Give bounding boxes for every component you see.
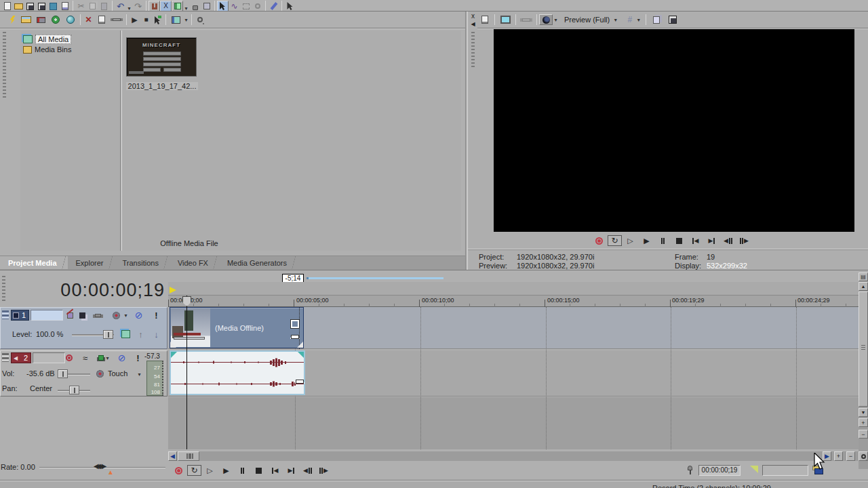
redo-icon[interactable]: ↷: [132, 1, 144, 12]
zoom-in-track-button[interactable]: +: [859, 418, 868, 427]
auto-preview-stop-icon[interactable]: ■: [140, 14, 152, 25]
undock-panel-button[interactable]: ◀: [469, 21, 477, 28]
play-from-start-button[interactable]: ▷: [623, 235, 638, 246]
panel-grip[interactable]: [3, 32, 6, 98]
close-panel-button[interactable]: x: [469, 13, 477, 20]
edit-details-button[interactable]: ▤: [859, 272, 868, 281]
bypass-motion-blur-icon[interactable]: [64, 310, 76, 321]
compositing-mode-icon[interactable]: [120, 329, 132, 340]
tab-project-media[interactable]: Project Media: [0, 256, 68, 269]
publish-icon[interactable]: [47, 1, 59, 12]
timeline-empty-area[interactable]: [168, 397, 859, 449]
split-screen-view-icon[interactable]: [518, 14, 534, 25]
copy-icon[interactable]: [87, 1, 98, 12]
ripple-dropdown-icon[interactable]: ▾: [183, 5, 189, 12]
pick-media-icon[interactable]: [152, 14, 163, 25]
automation-settings-icon[interactable]: [92, 310, 104, 321]
event-fx-icon[interactable]: [296, 380, 304, 384]
play-button[interactable]: ▶: [639, 235, 654, 246]
tab-video-fx[interactable]: Video FX: [170, 256, 219, 269]
solo-track-icon[interactable]: !: [151, 310, 162, 321]
overlay-grid-icon[interactable]: #: [624, 14, 635, 25]
whats-this-help-icon[interactable]: [284, 1, 296, 12]
quality-dropdown-icon[interactable]: ▾: [553, 17, 559, 23]
cut-icon[interactable]: ✂: [75, 1, 87, 12]
previous-frame-button[interactable]: ◀: [720, 235, 736, 246]
track-1-number-badge[interactable]: 1: [11, 310, 29, 321]
auto-ripple-icon[interactable]: [172, 1, 183, 12]
stop-button[interactable]: [671, 235, 687, 246]
big-timecode-display[interactable]: 00:00:00;19: [7, 280, 165, 303]
level-slider[interactable]: [72, 334, 114, 336]
time-ruler[interactable]: 00:00:00;00 00:00:05;00 00:00:10;00 00:0…: [168, 296, 859, 307]
project-properties-icon[interactable]: [59, 1, 71, 12]
lock-envelopes-icon[interactable]: [189, 1, 201, 12]
fade-handle[interactable]: [297, 342, 303, 348]
video-event[interactable]: (Media Offline): [170, 307, 304, 348]
record-button[interactable]: [171, 465, 186, 476]
start-marker-icon[interactable]: [170, 287, 176, 293]
external-monitor-icon[interactable]: [497, 14, 513, 25]
tree-item-all-media[interactable]: All Media: [23, 35, 71, 44]
event-fx-icon[interactable]: [291, 335, 299, 339]
preview-grip[interactable]: [471, 32, 475, 69]
open-media-folder-icon[interactable]: [18, 14, 33, 25]
play-button[interactable]: ▶: [218, 465, 234, 476]
media-properties-icon[interactable]: [94, 14, 109, 25]
playhead-cursor[interactable]: [186, 296, 187, 449]
auto-preview-play-icon[interactable]: ▶: [129, 14, 140, 25]
search-icon[interactable]: [194, 14, 205, 25]
cursor-timecode-box[interactable]: 00:00:00;19: [698, 465, 741, 476]
track-drag-handle[interactable]: [2, 353, 9, 362]
play-from-start-button[interactable]: ▷: [202, 465, 218, 476]
selection-edit-tool-icon[interactable]: [240, 1, 252, 12]
media-fx-icon[interactable]: [109, 14, 124, 25]
paste-icon[interactable]: [98, 1, 110, 12]
pause-button[interactable]: [235, 465, 250, 476]
record-arm-icon[interactable]: [63, 352, 75, 363]
mute-track-icon[interactable]: ⊘: [133, 310, 144, 321]
tab-media-generators[interactable]: Media Generators: [219, 256, 298, 269]
track-2-name-field[interactable]: [33, 352, 65, 363]
pin-icon[interactable]: [688, 466, 693, 475]
extract-audio-cd-icon[interactable]: [48, 14, 63, 25]
new-project-icon[interactable]: [1, 1, 13, 12]
pan-slider[interactable]: [58, 390, 90, 391]
go-to-end-button[interactable]: ▶: [283, 465, 299, 476]
solo-track-icon[interactable]: !: [132, 352, 144, 363]
zoom-out-track-button[interactable]: −: [859, 430, 868, 439]
track-fx-icon[interactable]: [111, 310, 122, 321]
pause-button[interactable]: [655, 235, 671, 246]
auto-crossfade-icon[interactable]: X: [160, 1, 172, 12]
copy-snapshot-icon[interactable]: [648, 14, 665, 25]
enable-snapping-icon[interactable]: [149, 1, 160, 12]
import-media-icon[interactable]: [7, 14, 18, 25]
project-video-properties-icon[interactable]: [477, 14, 492, 25]
preview-quality-label[interactable]: Preview (Full): [564, 16, 610, 24]
envelope-edit-tool-icon[interactable]: ∿: [229, 1, 240, 12]
undo-dropdown-icon[interactable]: ▾: [126, 5, 132, 12]
next-frame-button[interactable]: ▶: [736, 235, 752, 246]
volume-slider[interactable]: [58, 373, 90, 375]
save-project-icon[interactable]: [24, 1, 36, 12]
stop-button[interactable]: [251, 465, 267, 476]
open-project-icon[interactable]: [13, 1, 24, 12]
track-1-name-field[interactable]: [31, 310, 63, 321]
vscroll-thumb[interactable]: [859, 291, 868, 407]
go-to-end-button[interactable]: ▶: [704, 235, 719, 246]
remove-media-icon[interactable]: ✕: [83, 14, 94, 25]
tree-item-media-bins[interactable]: Media Bins: [23, 45, 71, 54]
media-file-item[interactable]: MINECRAFT 2013_1_19_17_42...: [126, 37, 198, 90]
go-to-start-button[interactable]: ◀: [267, 465, 283, 476]
quality-label-dropdown-icon[interactable]: ▾: [612, 17, 618, 23]
timeline-grip[interactable]: [2, 276, 5, 303]
tab-explorer[interactable]: Explorer: [68, 256, 115, 269]
next-frame-button[interactable]: ▶: [316, 465, 332, 476]
vscroll-down-button[interactable]: ▼: [859, 408, 868, 417]
get-media-web-icon[interactable]: [63, 14, 78, 25]
event-pan-crop-icon[interactable]: [291, 320, 299, 328]
automation-mode-value[interactable]: Touch: [108, 369, 127, 378]
views-icon[interactable]: [168, 14, 183, 25]
track-motion-icon[interactable]: [77, 310, 88, 321]
make-compositing-child-icon[interactable]: ↓: [151, 329, 162, 340]
